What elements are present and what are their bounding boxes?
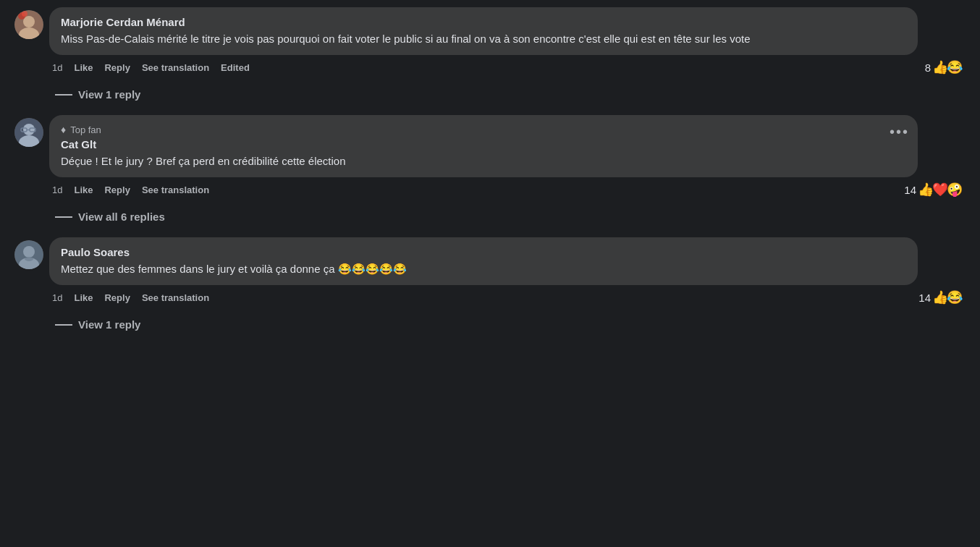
comment-bubble-3: Paulo Soares Mettez que des femmes dans … <box>49 237 918 285</box>
reaction-emojis-1: 👍 😂 <box>934 59 963 75</box>
comment-text-1: Miss Pas-de-Calais mérité le titre je vo… <box>61 31 906 46</box>
avatar-1 <box>14 10 43 39</box>
comment-author-1: Marjorie Cerdan Ménard <box>61 16 906 28</box>
reaction-heart-emoji-2: ❤️ <box>932 182 948 198</box>
comment-actions-1: 1d Like Reply See translation Edited 8 👍… <box>49 55 966 77</box>
reply-button-3[interactable]: Reply <box>104 292 130 303</box>
avatar-2 <box>14 118 43 147</box>
reaction-count-2: 14 <box>904 184 916 196</box>
comment-text-2: Déçue ! Et le jury ? Bref ça perd en cré… <box>61 153 906 169</box>
comment-actions-3: 1d Like Reply See translation 14 👍 😂 <box>49 285 966 307</box>
reaction-emojis-3: 👍 😂 <box>934 289 963 305</box>
reaction-like-emoji-1: 👍 <box>932 59 948 75</box>
see-translation-button-1[interactable]: See translation <box>142 62 209 73</box>
reaction-row-2: 14 👍 ❤️ 🤪 <box>904 182 963 198</box>
svg-point-1 <box>23 16 35 27</box>
reaction-emojis-2: 👍 ❤️ 🤪 <box>919 182 963 198</box>
reply-button-1[interactable]: Reply <box>104 62 130 73</box>
more-options-button-2[interactable]: ••• <box>890 124 909 140</box>
top-fan-badge-2: ♦ Top fan <box>61 124 906 135</box>
comment-content-3: Paulo Soares Mettez que des femmes dans … <box>49 237 966 307</box>
svg-point-4 <box>22 11 28 17</box>
comment-bubble-1: Marjorie Cerdan Ménard Miss Pas-de-Calai… <box>49 7 918 55</box>
comment-actions-2: 1d Like Reply See translation 14 👍 ❤️ 🤪 <box>49 177 966 199</box>
edited-label-1: Edited <box>221 62 250 73</box>
see-translation-button-3[interactable]: See translation <box>142 292 209 303</box>
comment-block-3: Paulo Soares Mettez que des femmes dans … <box>14 237 966 307</box>
reaction-laugh-emoji-1: 😂 <box>947 59 963 75</box>
svg-point-14 <box>25 257 33 261</box>
comment-author-2: Cat Glt <box>61 138 906 150</box>
comment-content-1: Marjorie Cerdan Ménard Miss Pas-de-Calai… <box>49 7 966 77</box>
reaction-wink-emoji-2: 🤪 <box>947 182 963 198</box>
comment-bubble-2: ♦ Top fan Cat Glt Déçue ! Et le jury ? B… <box>49 115 918 177</box>
like-button-2[interactable]: Like <box>74 185 93 195</box>
reaction-row-1: 8 👍 😂 <box>925 59 963 75</box>
reaction-like-emoji-2: 👍 <box>918 182 934 198</box>
comments-container: Marjorie Cerdan Ménard Miss Pas-de-Calai… <box>0 0 980 354</box>
comment-text-3: Mettez que des femmes dans le jury et vo… <box>61 261 906 276</box>
comment-section-2: ♦ Top fan Cat Glt Déçue ! Et le jury ? B… <box>14 115 966 229</box>
reaction-count-3: 14 <box>918 292 931 304</box>
view-replies-row-2: View all 6 replies <box>14 205 966 229</box>
comment-time-2: 1d <box>52 185 62 195</box>
view-replies-row-3: View 1 reply <box>14 313 966 336</box>
comment-section-3: Paulo Soares Mettez que des femmes dans … <box>14 237 966 336</box>
like-button-3[interactable]: Like <box>74 292 93 303</box>
comment-section-1: Marjorie Cerdan Ménard Miss Pas-de-Calai… <box>14 7 966 106</box>
view-replies-row-1: View 1 reply <box>14 82 966 106</box>
view-replies-btn-1[interactable]: View 1 reply <box>49 82 140 106</box>
reaction-count-1: 8 <box>925 62 931 74</box>
view-replies-btn-2[interactable]: View all 6 replies <box>49 205 165 229</box>
comment-time-3: 1d <box>52 292 62 303</box>
comment-author-3: Paulo Soares <box>61 246 906 258</box>
comment-content-2: ♦ Top fan Cat Glt Déçue ! Et le jury ? B… <box>49 115 966 199</box>
see-translation-button-2[interactable]: See translation <box>142 185 209 195</box>
comment-block-2: ♦ Top fan Cat Glt Déçue ! Et le jury ? B… <box>14 115 966 199</box>
reply-button-2[interactable]: Reply <box>104 185 130 195</box>
top-fan-label-2: Top fan <box>70 124 101 135</box>
comment-block-1: Marjorie Cerdan Ménard Miss Pas-de-Calai… <box>14 7 966 77</box>
view-replies-btn-3[interactable]: View 1 reply <box>49 313 140 336</box>
avatar-3 <box>14 240 43 269</box>
reaction-laugh-emoji-3: 😂 <box>947 289 963 305</box>
svg-point-12 <box>23 246 35 258</box>
reaction-row-3: 14 👍 😂 <box>918 289 963 305</box>
reaction-like-emoji-3: 👍 <box>932 289 948 305</box>
like-button-1[interactable]: Like <box>74 62 93 73</box>
comment-time-1: 1d <box>52 62 62 73</box>
diamond-icon-2: ♦ <box>61 124 66 135</box>
